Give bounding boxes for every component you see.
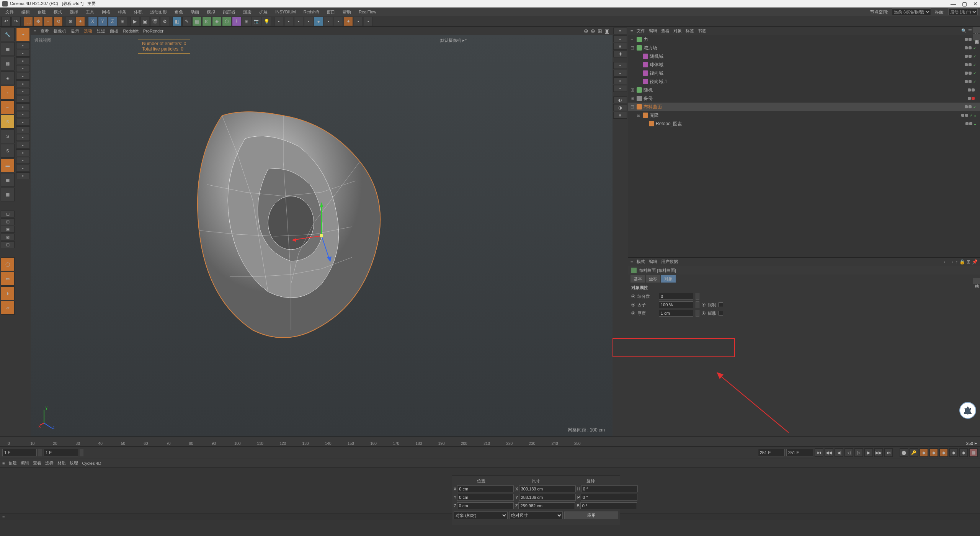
tree-toggle[interactable]: ⊟ xyxy=(637,113,641,118)
bulge-checkbox[interactable] xyxy=(719,311,723,315)
cf-spinner[interactable] xyxy=(80,449,83,456)
model-mode[interactable]: ▦ xyxy=(1,42,15,56)
vp-menu-panel[interactable]: 面板 xyxy=(110,28,118,34)
generator-subdiv[interactable]: ▦ xyxy=(192,17,201,26)
vis-editor[interactable] xyxy=(965,80,968,83)
pal-a18[interactable]: ▪ xyxy=(16,172,30,179)
make-editable[interactable]: 🔧 xyxy=(1,28,15,41)
vis-editor[interactable] xyxy=(965,72,968,75)
object-row[interactable]: ⊟域力场✓ xyxy=(628,44,980,52)
menu-edit[interactable]: 编辑 xyxy=(18,8,33,16)
menu-select[interactable]: 选择 xyxy=(67,8,81,16)
mat-edit[interactable]: 编辑 xyxy=(21,460,29,466)
menu-mode[interactable]: 模式 xyxy=(51,8,65,16)
vis-render[interactable] xyxy=(969,105,972,108)
menu-realflow[interactable]: RealFlow xyxy=(356,9,379,15)
object-name[interactable]: 径向域 xyxy=(650,70,699,77)
range-end2[interactable] xyxy=(786,449,813,456)
redo-button[interactable]: ↷ xyxy=(11,17,21,26)
obj-axis[interactable]: ✦ xyxy=(16,28,30,41)
viewport-3d[interactable]: 透视视图 Number of emitters: 0 Total live pa… xyxy=(31,35,612,436)
om-menu-bookmarks[interactable]: 书签 xyxy=(698,28,706,34)
subdiv-input[interactable] xyxy=(659,293,693,300)
pal-a13[interactable]: ▪ xyxy=(16,134,30,141)
rs-btn3[interactable]: ▪ xyxy=(334,17,343,26)
pal-a3[interactable]: ▪ xyxy=(16,57,30,64)
rs-c1[interactable]: ◐ xyxy=(613,96,627,103)
sel-live[interactable]: ◯ xyxy=(1,257,15,271)
generator-cloner[interactable]: ⬡ xyxy=(222,17,231,26)
y-axis-toggle[interactable]: Y xyxy=(98,17,107,26)
pal-a5[interactable]: ▪ xyxy=(16,73,30,80)
am-nav-up[interactable]: ↑ xyxy=(956,259,958,265)
rs-a1[interactable]: ≡ xyxy=(613,28,627,34)
menu-help[interactable]: 帮助 xyxy=(340,8,354,16)
uv-poly[interactable]: ▦ xyxy=(1,173,15,187)
coord-size-mode-select[interactable]: 绝对尺寸 xyxy=(509,511,563,519)
rot-P[interactable] xyxy=(581,494,637,501)
spline-s2[interactable]: S xyxy=(1,129,15,143)
vis-editor[interactable] xyxy=(965,122,969,125)
edge-tab-modeling[interactable]: 建模 xyxy=(973,27,980,33)
last-tool[interactable]: ⊕ xyxy=(66,17,75,26)
vis-editor[interactable] xyxy=(965,55,968,58)
rs-btn1[interactable]: ● xyxy=(314,17,323,26)
pal-a10[interactable]: ▪ xyxy=(16,111,30,118)
insydium-btn2[interactable]: ▪ xyxy=(284,17,293,26)
rs-btn4[interactable]: ✦ xyxy=(344,17,353,26)
vis-editor[interactable] xyxy=(965,46,968,49)
insydium-btn1[interactable]: ▪ xyxy=(274,17,283,26)
am-lock[interactable]: 🔒 xyxy=(959,259,965,265)
size-Y[interactable] xyxy=(519,494,576,501)
pal-a1[interactable]: ▪ xyxy=(16,42,30,49)
deformer[interactable]: ⌇ xyxy=(232,17,241,26)
pal-a17[interactable]: ▪ xyxy=(16,165,30,172)
rs-b1[interactable]: ▪ xyxy=(613,62,627,69)
edge-tab-structure[interactable]: 结构 xyxy=(973,278,980,284)
coord-mode-select[interactable]: 对象 (相对) xyxy=(454,511,508,519)
object-name[interactable]: 布料曲面 xyxy=(644,104,693,110)
rs-c3[interactable]: ≡ xyxy=(613,112,627,119)
menu-window[interactable]: 窗口 xyxy=(323,8,338,16)
render-picture[interactable]: 🎬 xyxy=(150,17,159,26)
edge-mode[interactable]: ⌐ xyxy=(1,100,15,114)
layout-select[interactable]: 启动 (用户) xyxy=(948,8,978,15)
prev-frame[interactable]: ◀ xyxy=(835,448,843,457)
select-tool[interactable]: ⬚ xyxy=(24,17,33,26)
menu-animate[interactable]: 动画 xyxy=(188,8,202,16)
om-menu-tags[interactable]: 标签 xyxy=(686,28,694,34)
menu-character[interactable]: 角色 xyxy=(172,8,186,16)
menu-tools[interactable]: 工具 xyxy=(83,8,97,16)
menu-mesh[interactable]: 网格 xyxy=(99,8,113,16)
start-frame-input[interactable] xyxy=(2,449,37,456)
spline-pen[interactable]: ✎ xyxy=(182,17,191,26)
vp-menu-view[interactable]: 查看 xyxy=(41,28,49,34)
object-row[interactable]: ⊟克隆✓ ⬥ xyxy=(628,111,980,119)
camera-button[interactable]: 📷 xyxy=(252,17,261,26)
am-nav-fwd[interactable]: → xyxy=(949,259,954,265)
menu-redshift[interactable]: Redshift xyxy=(301,9,322,15)
am-nav-back[interactable]: ← xyxy=(943,259,948,265)
current-frame-input[interactable] xyxy=(44,449,78,456)
rs-b3[interactable]: ▪ xyxy=(613,77,627,84)
menu-tracker[interactable]: 跟踪器 xyxy=(220,8,238,16)
menu-file[interactable]: 文件 xyxy=(2,8,17,16)
rs-a4[interactable]: ✚ xyxy=(613,51,627,57)
vp-nav1[interactable]: ⊕ xyxy=(584,28,588,34)
vis-editor[interactable] xyxy=(965,105,968,108)
am-menu-mode[interactable]: 模式 xyxy=(637,259,645,265)
attr-tab-coord[interactable]: 坐标 xyxy=(646,275,660,283)
menu-extensions[interactable]: 扩展 xyxy=(256,8,271,16)
range-end1[interactable] xyxy=(758,449,785,456)
render-region[interactable]: ▣ xyxy=(140,17,149,26)
spline-s3[interactable]: S xyxy=(1,144,15,158)
vis-editor[interactable] xyxy=(968,97,971,100)
menu-simulate[interactable]: 模拟 xyxy=(204,8,218,16)
menu-insydium[interactable]: INSYDIUM xyxy=(272,9,299,15)
object-name[interactable]: 克隆 xyxy=(650,112,699,119)
light-button[interactable]: 💡 xyxy=(262,17,271,26)
pal-a4[interactable]: ▪ xyxy=(16,65,30,72)
rs-a2[interactable]: ≡ xyxy=(613,35,627,42)
pal-a7[interactable]: ▪ xyxy=(16,88,30,95)
mat-cycles[interactable]: Cycles 4D xyxy=(82,461,101,466)
